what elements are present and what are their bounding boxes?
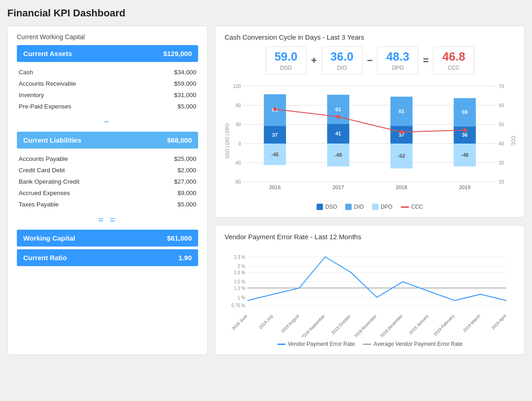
svg-text:2018: 2018 bbox=[396, 185, 407, 190]
legend-label: DSO bbox=[325, 204, 337, 210]
kpi-operator: = bbox=[418, 55, 433, 67]
asset-line-item: Accounts Receivable$59,000 bbox=[17, 78, 198, 89]
legend-label: DIO bbox=[354, 204, 363, 210]
ccc-title: Cash Conversion Cycle in Days - Last 3 Y… bbox=[225, 33, 515, 41]
ccc-legend-item: DSO bbox=[317, 204, 337, 210]
svg-text:30: 30 bbox=[499, 160, 504, 165]
svg-text:2019 March: 2019 March bbox=[462, 314, 481, 333]
vendor-legend-label: Vendor Payment Error Rate bbox=[288, 341, 355, 347]
svg-text:-45: -45 bbox=[271, 152, 278, 157]
svg-text:2019 January: 2019 January bbox=[408, 314, 429, 335]
svg-text:1 %: 1 % bbox=[238, 295, 246, 300]
svg-text:-48: -48 bbox=[461, 152, 468, 158]
current-liabilities-label: Current Liabilities bbox=[23, 136, 82, 144]
svg-text:20: 20 bbox=[499, 180, 504, 185]
svg-text:37: 37 bbox=[272, 132, 278, 138]
svg-text:CCC: CCC bbox=[511, 136, 515, 146]
svg-point-51 bbox=[273, 107, 277, 111]
svg-point-54 bbox=[463, 129, 466, 132]
current-liabilities-header: Current Liabilities $68,000 bbox=[17, 132, 198, 149]
current-assets-header: Current Assets $129,000 bbox=[17, 45, 198, 62]
kpi-label: DSO bbox=[274, 65, 298, 71]
vendor-legend-item: Vendor Payment Error Rate bbox=[277, 341, 355, 347]
svg-text:2017: 2017 bbox=[332, 185, 344, 190]
kpi-value: 46.8 bbox=[442, 50, 466, 64]
kpi-label: DPO bbox=[386, 65, 409, 71]
asset-value: $31,000 bbox=[174, 92, 196, 98]
svg-text:120: 120 bbox=[233, 84, 241, 89]
liability-label: Accounts Payable bbox=[19, 155, 68, 162]
ccc-kpi-row: 59.0DSO+36.0DIO−48.3DPO=46.8CCC bbox=[225, 46, 515, 74]
svg-text:-48: -48 bbox=[334, 152, 342, 158]
kpi-box: 48.3DPO bbox=[377, 46, 418, 74]
kpi-value: 36.0 bbox=[330, 50, 354, 64]
kpi-operator: − bbox=[363, 55, 378, 67]
current-assets-label: Current Assets bbox=[23, 50, 72, 57]
asset-label: Pre-Paid Expenses bbox=[19, 103, 72, 110]
working-capital-label: Working Capital bbox=[23, 234, 75, 242]
svg-text:-40: -40 bbox=[234, 160, 241, 165]
liability-label: Accrued Expenses bbox=[19, 190, 70, 196]
bar-chart-container: -80-4004080120203040506070DSO | DIO | DP… bbox=[225, 82, 515, 200]
svg-text:2 %: 2 % bbox=[238, 264, 246, 269]
legend-color-box bbox=[372, 204, 379, 210]
ccc-legend-item: DPO bbox=[372, 204, 393, 210]
svg-point-53 bbox=[399, 130, 403, 134]
liability-value: $25,000 bbox=[174, 155, 196, 162]
liability-label: Taxes Payable bbox=[19, 201, 59, 208]
asset-label: Cash bbox=[19, 69, 33, 76]
svg-text:61: 61 bbox=[399, 108, 404, 114]
svg-text:50: 50 bbox=[499, 122, 504, 127]
assets-list: Cash$34,000Accounts Receivable$59,000Inv… bbox=[17, 67, 198, 112]
current-ratio-row: Current Ratio 1.90 bbox=[17, 249, 198, 266]
liabilities-list: Accounts Payable$25,000Credit Card Debt$… bbox=[17, 153, 198, 210]
right-panels: Cash Conversion Cycle in Days - Last 3 Y… bbox=[215, 26, 525, 355]
svg-text:1.3 %: 1.3 % bbox=[234, 286, 246, 291]
dashboard-title: Financial KPI Dashboard bbox=[7, 7, 525, 19]
vendor-legend-line bbox=[277, 344, 286, 345]
liability-value: $5,000 bbox=[178, 201, 196, 208]
svg-text:1.8 %: 1.8 % bbox=[234, 270, 246, 275]
svg-text:70: 70 bbox=[499, 84, 504, 89]
liability-line-item: Accounts Payable$25,000 bbox=[17, 153, 198, 165]
ccc-legend-item: DIO bbox=[345, 204, 363, 210]
vendor-title: Vendor Payment Error Rate - Last 12 Mont… bbox=[225, 233, 515, 241]
kpi-label: DIO bbox=[330, 65, 354, 71]
legend-color-box bbox=[345, 204, 352, 210]
kpi-box: 46.8CCC bbox=[433, 46, 474, 74]
legend-line-indicator bbox=[401, 206, 409, 208]
vendor-legend: Vendor Payment Error RateAverage Vendor … bbox=[225, 341, 515, 347]
svg-text:41: 41 bbox=[335, 131, 341, 137]
vendor-panel: Vendor Payment Error Rate - Last 12 Mont… bbox=[215, 225, 525, 355]
ccc-panel: Cash Conversion Cycle in Days - Last 3 Y… bbox=[215, 26, 525, 218]
svg-text:2018 July: 2018 July bbox=[258, 314, 274, 330]
svg-text:2018 August: 2018 August bbox=[280, 314, 300, 334]
ccc-legend-item: CCC bbox=[401, 204, 423, 210]
legend-label: CCC bbox=[411, 204, 423, 210]
kpi-label: CCC bbox=[442, 65, 466, 71]
current-liabilities-value: $68,000 bbox=[167, 136, 192, 144]
liability-value: $27,000 bbox=[174, 178, 196, 185]
asset-value: $5,000 bbox=[178, 103, 196, 110]
kpi-value: 59.0 bbox=[274, 50, 298, 64]
liability-label: Bank Operating Credit bbox=[19, 178, 80, 185]
kpi-operator: + bbox=[307, 55, 322, 67]
svg-text:DSO | DIO | DPO: DSO | DIO | DPO bbox=[225, 123, 230, 158]
working-capital-section: Working Capital $61,000 Current Ratio 1.… bbox=[17, 230, 198, 266]
svg-text:-80: -80 bbox=[234, 180, 241, 185]
bar-chart-svg: -80-4004080120203040506070DSO | DIO | DP… bbox=[225, 82, 515, 200]
working-capital-value: $61,000 bbox=[167, 234, 192, 242]
svg-text:2.3 %: 2.3 % bbox=[234, 255, 246, 260]
asset-line-item: Inventory$31,000 bbox=[17, 89, 198, 101]
svg-text:0.75 %: 0.75 % bbox=[231, 303, 245, 308]
svg-text:2019 February: 2019 February bbox=[433, 314, 455, 337]
equals-separator: = = bbox=[17, 215, 198, 225]
ccc-legend: DSODIODPOCCC bbox=[225, 204, 515, 210]
asset-label: Inventory bbox=[19, 92, 44, 98]
asset-value: $34,000 bbox=[174, 69, 196, 76]
svg-text:2016: 2016 bbox=[269, 185, 281, 190]
svg-text:1.5 %: 1.5 % bbox=[234, 279, 246, 284]
vendor-legend-line bbox=[363, 344, 371, 345]
asset-value: $59,000 bbox=[174, 80, 196, 87]
kpi-value: 48.3 bbox=[386, 50, 409, 64]
